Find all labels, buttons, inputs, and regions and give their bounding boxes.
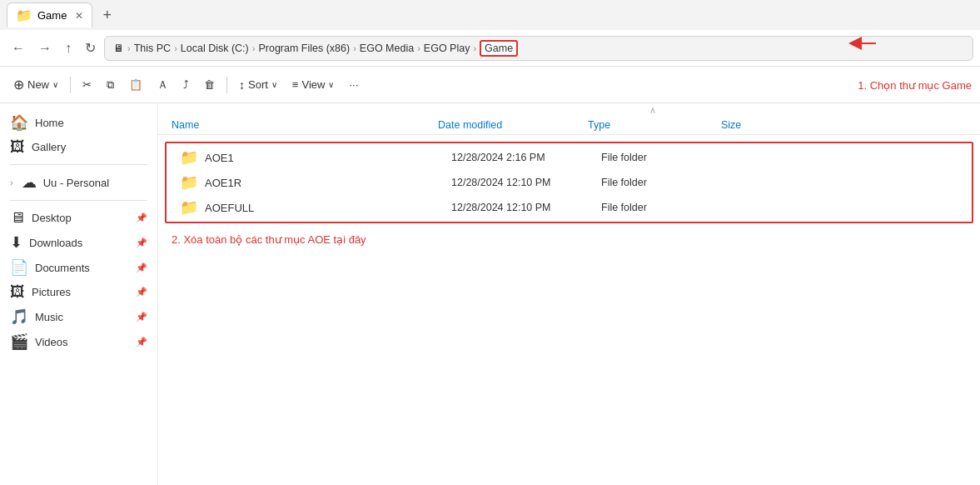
view-button[interactable]: ≡ View ∨ — [286, 75, 341, 94]
new-button[interactable]: ⊕ New ∨ — [7, 73, 65, 96]
address-bar[interactable]: 🖥 › This PC › Local Disk (C:) › Program … — [104, 36, 973, 61]
active-tab[interactable]: 📁 Game ✕ — [7, 2, 92, 28]
table-row[interactable]: 📁 AOE1R 12/28/2024 12:10 PM File folder — [167, 170, 972, 195]
sidebar-item-home[interactable]: 🏠 Home — [0, 110, 157, 135]
file-modified-aoe1: 12/28/2024 2:16 PM — [451, 152, 601, 163]
file-modified-aoefull: 12/28/2024 12:10 PM — [451, 202, 601, 213]
sidebar-item-pictures[interactable]: 🖼 Pictures 📌 — [0, 280, 157, 304]
new-icon: ⊕ — [13, 77, 24, 92]
content-area: ∧ Name Date modified Type Size 📁 AOE1 12… — [158, 103, 980, 485]
file-type-aoefull: File folder — [601, 202, 734, 213]
copy-button[interactable]: ⧉ — [100, 75, 121, 95]
breadcrumb-local-disk[interactable]: Local Disk (C:) — [181, 42, 249, 54]
gallery-icon: 🖼 — [10, 138, 25, 156]
file-name-aoe1r: AOE1R — [205, 177, 451, 189]
new-tab-button[interactable]: + — [96, 7, 118, 24]
column-header-name[interactable]: Name — [172, 119, 438, 131]
more-icon: ··· — [349, 78, 358, 91]
breadcrumb-program-files[interactable]: Program Files (x86) — [258, 42, 350, 54]
sidebar-pictures-label: Pictures — [32, 286, 71, 298]
toolbar: ⊕ New ∨ ✂ ⧉ 📋 Ａ ⤴ 🗑 ↕ Sort ∨ ≡ — [0, 67, 980, 103]
copy-icon: ⧉ — [107, 78, 114, 92]
sidebar-item-videos[interactable]: 🎬 Videos 📌 — [0, 329, 157, 354]
back-button[interactable]: ← — [7, 38, 30, 59]
view-icon: ≡ — [292, 78, 299, 91]
pin-icon-desktop: 📌 — [136, 212, 147, 223]
table-row[interactable]: 📁 AOEFULL 12/28/2024 12:10 PM File folde… — [167, 195, 972, 220]
cloud-icon: ☁ — [22, 173, 37, 192]
view-label: View — [301, 78, 325, 91]
sidebar-item-gallery[interactable]: 🖼 Gallery — [0, 135, 157, 159]
column-headers: Name Date modified Type Size — [158, 116, 980, 135]
sort-direction-arrow: ∧ — [649, 105, 656, 116]
toggle-icon: › — [10, 178, 13, 188]
sidebar-item-documents[interactable]: 📄 Documents 📌 — [0, 255, 157, 280]
tab-close-button[interactable]: ✕ — [75, 10, 83, 22]
forward-button[interactable]: → — [33, 38, 57, 59]
pictures-icon: 🖼 — [10, 283, 25, 301]
column-header-size[interactable]: Size — [721, 119, 804, 131]
pin-icon-documents: 📌 — [136, 262, 147, 273]
folder-icon-aoe1: 📁 — [180, 148, 198, 167]
sort-button[interactable]: ↕ Sort ∨ — [232, 75, 284, 95]
sidebar-separator-1 — [10, 164, 147, 165]
pin-icon-downloads: 📌 — [136, 238, 147, 248]
file-type-aoe1: File folder — [601, 152, 734, 163]
folder-icon-aoefull: 📁 — [180, 198, 198, 217]
pin-icon-pictures: 📌 — [136, 287, 147, 298]
sidebar-item-desktop[interactable]: 🖥 Desktop 📌 — [0, 206, 157, 230]
sidebar-music-label: Music — [35, 311, 63, 323]
file-list: 📁 AOE1 12/28/2024 2:16 PM File folder 📁 … — [158, 135, 980, 256]
documents-icon: 📄 — [10, 258, 28, 277]
music-icon: 🎵 — [10, 308, 28, 326]
videos-icon: 🎬 — [10, 332, 28, 351]
share-icon: ⤴ — [183, 78, 189, 91]
sidebar-documents-label: Documents — [35, 262, 90, 274]
tab-title: Game — [37, 9, 67, 22]
column-header-modified[interactable]: Date modified — [438, 119, 588, 131]
breadcrumb-this-pc[interactable]: This PC — [134, 42, 171, 54]
rename-icon: Ａ — [157, 78, 168, 92]
sidebar-videos-label: Videos — [35, 336, 68, 348]
tab-bar: 📁 Game ✕ + — [0, 0, 980, 30]
share-button[interactable]: ⤴ — [177, 75, 196, 94]
sidebar-uu-personal-label: Uu - Personal — [43, 177, 109, 189]
aoe-folder-group: 📁 AOE1 12/28/2024 2:16 PM File folder 📁 … — [165, 142, 973, 223]
delete-icon: 🗑 — [204, 78, 215, 91]
downloads-icon: ⬇ — [10, 233, 22, 252]
refresh-button[interactable]: ↻ — [80, 37, 101, 59]
sidebar-desktop-label: Desktop — [32, 212, 72, 224]
new-label: New — [27, 78, 49, 91]
sidebar-downloads-label: Downloads — [29, 237, 82, 249]
sidebar: 🏠 Home 🖼 Gallery › ☁ Uu - Personal 🖥 Des… — [0, 103, 158, 485]
up-button[interactable]: ↑ — [60, 38, 77, 59]
sidebar-gallery-label: Gallery — [32, 141, 66, 153]
sidebar-home-label: Home — [35, 117, 64, 129]
file-name-aoefull: AOEFULL — [205, 202, 451, 214]
rename-button[interactable]: Ａ — [151, 74, 175, 96]
file-modified-aoe1r: 12/28/2024 12:10 PM — [451, 177, 601, 188]
breadcrumb-ego-media[interactable]: EGO Media — [360, 42, 414, 54]
breadcrumb-game[interactable]: Game — [480, 40, 518, 57]
sidebar-item-uu-personal[interactable]: › ☁ Uu - Personal — [0, 170, 157, 195]
desktop-icon: 🖥 — [10, 209, 25, 227]
sort-icon: ↕ — [239, 78, 245, 92]
paste-icon: 📋 — [129, 78, 142, 91]
paste-button[interactable]: 📋 — [122, 75, 149, 94]
breadcrumb-ego-play[interactable]: EGO Play — [424, 42, 470, 54]
cut-button[interactable]: ✂ — [76, 75, 98, 94]
column-header-type[interactable]: Type — [588, 119, 721, 131]
cut-icon: ✂ — [82, 78, 92, 91]
more-button[interactable]: ··· — [342, 75, 365, 94]
sidebar-item-music[interactable]: 🎵 Music 📌 — [0, 304, 157, 329]
pin-icon-videos: 📌 — [136, 337, 147, 348]
delete-button[interactable]: 🗑 — [197, 75, 221, 94]
tab-folder-icon: 📁 — [16, 8, 32, 23]
file-name-aoe1: AOE1 — [205, 152, 451, 164]
toolbar-separator-2 — [226, 77, 227, 93]
toolbar-separator-1 — [70, 77, 71, 93]
navigation-bar: ← → ↑ ↻ 🖥 › This PC › Local Disk (C:) › … — [0, 30, 980, 67]
sidebar-item-downloads[interactable]: ⬇ Downloads 📌 — [0, 230, 157, 255]
sep1: › — [127, 43, 131, 53]
table-row[interactable]: 📁 AOE1 12/28/2024 2:16 PM File folder — [167, 145, 972, 170]
